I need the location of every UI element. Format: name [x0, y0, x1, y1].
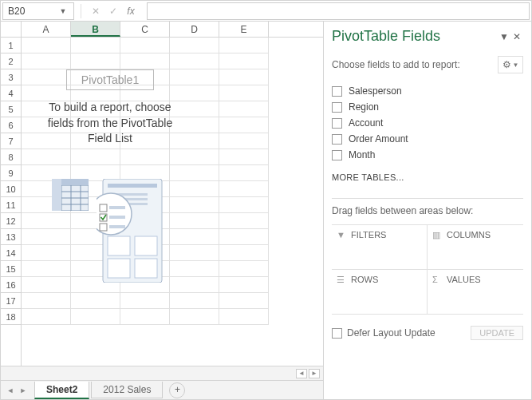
row-header[interactable]: 15 — [1, 261, 21, 277]
row-header[interactable]: 6 — [1, 117, 21, 133]
horizontal-scrollbar[interactable]: ◄ ► — [1, 366, 323, 380]
more-tables-link[interactable]: MORE TABLES... — [332, 172, 523, 182]
field-list-settings-button[interactable]: ⚙ ▼ — [498, 56, 523, 73]
row-header[interactable]: 1 — [1, 38, 21, 53]
field-item[interactable]: Region — [332, 99, 523, 115]
svg-rect-17 — [108, 259, 130, 278]
row-header[interactable]: 11 — [1, 197, 21, 213]
field-checkbox[interactable] — [332, 134, 342, 145]
filters-area[interactable]: ▼ FILTERS — [332, 225, 428, 270]
column-headers: ABCDE — [1, 22, 323, 38]
row-header[interactable]: 3 — [1, 69, 21, 85]
columns-area[interactable]: ▥ COLUMNS — [428, 225, 523, 270]
row-header[interactable]: 9 — [1, 165, 21, 181]
sheet-nav-prev-icon[interactable]: ◄ — [4, 386, 17, 394]
area-label: VALUES — [447, 275, 481, 284]
pivot-areas: ▼ FILTERS ▥ COLUMNS ☰ ROWS Σ VALUES — [332, 224, 523, 315]
pane-subtitle: Choose fields to add to report: — [332, 59, 460, 70]
defer-layout-label: Defer Layout Update — [347, 327, 435, 339]
chevron-down-icon: ▼ — [513, 61, 519, 69]
rows-icon: ☰ — [337, 275, 346, 284]
field-item[interactable]: Salesperson — [332, 83, 523, 99]
field-item[interactable]: Order Amount — [332, 131, 523, 147]
cells[interactable]: PivotTable1 To build a report, choose fi… — [22, 38, 323, 366]
defer-layout-checkbox[interactable] — [332, 328, 342, 339]
pivot-illustration — [26, 179, 194, 283]
field-checkbox[interactable] — [332, 102, 342, 113]
row-header[interactable]: 12 — [1, 213, 21, 229]
sheet-tab-other[interactable]: 2012 Sales — [91, 382, 163, 398]
fx-icon[interactable]: fx — [123, 3, 139, 19]
scroll-left-icon[interactable]: ◄ — [296, 369, 307, 378]
field-checkbox[interactable] — [332, 86, 342, 97]
update-button[interactable]: UPDATE — [471, 326, 523, 340]
name-box-dropdown-icon[interactable]: ▼ — [57, 7, 69, 15]
svg-rect-11 — [108, 184, 157, 188]
pivot-desc-line: fields from the PivotTable — [26, 116, 194, 132]
column-header[interactable]: C — [120, 22, 170, 37]
row-header[interactable]: 4 — [1, 85, 21, 101]
pane-dropdown-icon[interactable]: ▼ — [498, 31, 510, 42]
row-header[interactable]: 13 — [1, 229, 21, 245]
area-label: ROWS — [351, 275, 378, 284]
column-header[interactable]: D — [170, 22, 219, 37]
gear-icon: ⚙ — [502, 59, 511, 70]
pivottable-fields-pane: PivotTable Fields ▼ ✕ Choose fields to a… — [324, 22, 531, 399]
enter-icon: ✓ — [105, 3, 121, 19]
select-all-corner[interactable] — [1, 22, 22, 37]
field-label: Account — [349, 117, 383, 129]
sheet-tab-bar: ◄ ► Sheet2 2012 Sales + — [1, 380, 323, 399]
row-header[interactable]: 14 — [1, 245, 21, 261]
formula-bar: B20 ▼ ✕ ✓ fx — [1, 1, 531, 22]
formula-input[interactable] — [147, 2, 530, 20]
svg-rect-18 — [135, 259, 157, 278]
field-label: Salesperson — [349, 85, 402, 97]
row-header[interactable]: 2 — [1, 53, 21, 69]
field-checkbox[interactable] — [332, 118, 342, 129]
column-header[interactable]: B — [71, 22, 120, 37]
pivot-desc-line: To build a report, choose — [26, 100, 194, 116]
svg-rect-22 — [100, 224, 107, 231]
pivot-desc-line: Field List — [26, 131, 194, 147]
name-box[interactable]: B20 ▼ — [2, 2, 74, 20]
row-header[interactable]: 7 — [1, 133, 21, 149]
add-sheet-button[interactable]: + — [169, 382, 185, 398]
drag-areas-label: Drag fields between areas below: — [332, 205, 523, 216]
area-label: COLUMNS — [447, 230, 491, 240]
field-item[interactable]: Account — [332, 115, 523, 131]
values-area[interactable]: Σ VALUES — [428, 270, 523, 315]
values-icon: Σ — [432, 275, 442, 284]
row-header[interactable]: 18 — [1, 309, 21, 325]
svg-rect-20 — [100, 204, 107, 212]
pivottable-name: PivotTable1 — [66, 69, 154, 90]
field-label: Month — [349, 149, 375, 160]
area-label: FILTERS — [351, 230, 386, 240]
name-box-value: B20 — [8, 6, 25, 17]
row-header[interactable]: 8 — [1, 149, 21, 165]
scroll-right-icon[interactable]: ► — [309, 369, 320, 378]
pivottable-placeholder: PivotTable1 To build a report, choose fi… — [26, 69, 194, 283]
row-header[interactable]: 5 — [1, 101, 21, 117]
column-header[interactable]: E — [219, 22, 269, 37]
row-header[interactable]: 10 — [1, 181, 21, 197]
pane-title: PivotTable Fields — [332, 28, 498, 45]
column-header[interactable]: A — [22, 22, 71, 37]
svg-rect-23 — [109, 206, 125, 209]
rows-area[interactable]: ☰ ROWS — [332, 270, 428, 315]
svg-rect-16 — [135, 236, 157, 255]
svg-rect-24 — [109, 216, 125, 219]
field-label: Region — [349, 101, 379, 113]
sheet-nav-next-icon[interactable]: ► — [17, 386, 30, 394]
table-icon — [52, 179, 89, 211]
divider — [332, 198, 523, 199]
row-header[interactable]: 16 — [1, 277, 21, 293]
sheet-tab-active[interactable]: Sheet2 — [34, 382, 89, 399]
pane-close-icon[interactable]: ✕ — [510, 31, 523, 42]
field-checkbox[interactable] — [332, 150, 342, 160]
sheet-nav[interactable]: ◄ ► — [1, 386, 33, 394]
field-list: SalespersonRegionAccountOrder AmountMont… — [332, 83, 523, 163]
row-header[interactable]: 17 — [1, 293, 21, 309]
field-item[interactable]: Month — [332, 147, 523, 163]
svg-rect-9 — [52, 179, 61, 211]
row-headers: 123456789101112131415161718 — [1, 38, 22, 366]
